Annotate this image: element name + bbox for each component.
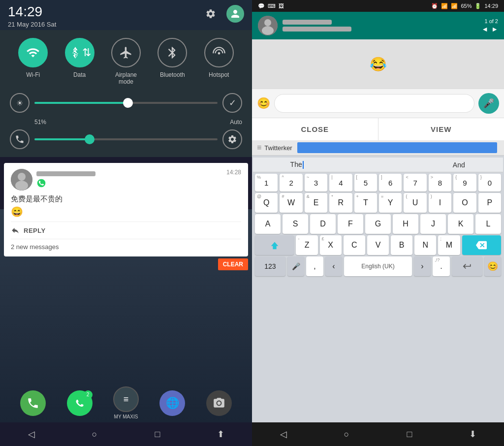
- key-j[interactable]: J: [420, 214, 446, 234]
- key-t[interactable]: +T: [354, 193, 377, 213]
- suggestion-the[interactable]: The: [258, 160, 336, 169]
- left-arrow-key[interactable]: ‹: [325, 256, 342, 276]
- browser-bar[interactable]: [297, 142, 497, 153]
- keyboard: The And %1 ^2 ~3 |4 [5 ]6 <7 >8 {9 }0 @Q…: [252, 156, 504, 422]
- key-o[interactable]: O: [453, 193, 476, 213]
- image-status-icon: 🖼: [279, 3, 284, 9]
- dock-phone[interactable]: [20, 390, 46, 416]
- key-7[interactable]: <7: [404, 174, 426, 191]
- svg-point-3: [37, 179, 46, 188]
- settings-quick-btn[interactable]: [222, 129, 242, 149]
- key-z[interactable]: -Z: [296, 235, 317, 255]
- key-1[interactable]: %1: [255, 174, 278, 191]
- emoji-key[interactable]: 😊: [484, 256, 501, 276]
- key-p[interactable]: P: [478, 193, 501, 213]
- key-u[interactable]: (U: [404, 193, 426, 213]
- key-e[interactable]: &E: [305, 193, 327, 213]
- wa-next-btn[interactable]: ►: [491, 25, 498, 33]
- airplane-toggle[interactable]: Airplanemode: [111, 38, 141, 85]
- key-f[interactable]: F: [338, 214, 363, 234]
- dock-whatsapp[interactable]: 2: [67, 390, 93, 416]
- key-3[interactable]: ~3: [305, 174, 327, 191]
- keyboard-status-icon: ⌨: [268, 3, 276, 9]
- shift-key[interactable]: [255, 235, 294, 255]
- wa-notif-nav[interactable]: ◄ ►: [481, 25, 498, 33]
- key-s[interactable]: S: [283, 214, 308, 234]
- notif-message: 免费是最不贵的: [11, 194, 241, 204]
- key-0[interactable]: }0: [478, 174, 501, 191]
- auto-brightness-button[interactable]: ✓: [222, 93, 242, 113]
- volume-track[interactable]: [34, 138, 218, 140]
- back-button-left[interactable]: ◁: [22, 424, 41, 444]
- wa-chat-area: 😂: [252, 39, 504, 89]
- dock-camera[interactable]: [206, 390, 232, 416]
- key-n[interactable]: N: [414, 235, 436, 255]
- key-9[interactable]: {9: [453, 174, 476, 191]
- key-h[interactable]: H: [393, 214, 418, 234]
- bluetooth-toggle[interactable]: Bluetooth: [158, 38, 187, 85]
- dock-globe[interactable]: 🌐: [159, 390, 185, 416]
- key-a[interactable]: A: [255, 214, 281, 234]
- brightness-percent: 51%: [34, 119, 46, 126]
- clear-button[interactable]: CLEAR: [218, 258, 248, 270]
- key-2[interactable]: ^2: [280, 174, 302, 191]
- wa-notification-bar[interactable]: 1 of 2 ◄ ►: [252, 12, 504, 39]
- key-x[interactable]: £X: [320, 235, 342, 255]
- key-8[interactable]: >8: [429, 174, 451, 191]
- close-button[interactable]: CLOSE: [252, 118, 378, 140]
- mic-key[interactable]: 🎤: [287, 256, 304, 276]
- hotspot-toggle[interactable]: Hotspot: [204, 38, 234, 85]
- dock-mymaxis[interactable]: ≡ MY MAXIS: [113, 386, 139, 419]
- key-y[interactable]: =Y: [379, 193, 402, 213]
- share-button-left[interactable]: ⬆: [211, 424, 230, 444]
- recents-button-left[interactable]: □: [148, 424, 167, 444]
- space-key[interactable]: English (UK): [344, 256, 412, 276]
- key-6[interactable]: ]6: [379, 174, 402, 191]
- key-r[interactable]: *R: [329, 193, 352, 213]
- key-d[interactable]: D: [310, 214, 336, 234]
- wifi-toggle[interactable]: Wi-Fi: [18, 38, 48, 85]
- reply-button[interactable]: REPLY: [11, 226, 241, 235]
- key-v[interactable]: V: [367, 235, 389, 255]
- key-l[interactable]: L: [475, 214, 501, 234]
- wa-notif-pages-area: 1 of 2 ◄ ►: [481, 18, 498, 33]
- comma-key[interactable]: ,: [306, 256, 323, 276]
- wa-mic-button[interactable]: 🎤: [478, 93, 499, 114]
- key-4[interactable]: |4: [329, 174, 352, 191]
- recents-button-right[interactable]: □: [400, 424, 419, 444]
- right-arrow-key[interactable]: ›: [414, 256, 431, 276]
- data-icon-circle: ⇅: [65, 38, 94, 67]
- volume-thumb[interactable]: [85, 134, 94, 144]
- user-profile-button[interactable]: [226, 5, 244, 23]
- period-key[interactable]: ,!?.: [433, 256, 449, 276]
- key-g[interactable]: G: [365, 214, 391, 234]
- key-5[interactable]: [5: [354, 174, 377, 191]
- data-label: Data: [73, 71, 86, 78]
- key-w[interactable]: #W: [280, 193, 302, 213]
- svg-point-6: [264, 19, 271, 26]
- key-k[interactable]: K: [448, 214, 473, 234]
- suggestion-and[interactable]: And: [420, 161, 498, 169]
- key-q[interactable]: @Q: [255, 193, 278, 213]
- wa-prev-btn[interactable]: ◄: [481, 25, 488, 33]
- enter-key[interactable]: [452, 256, 482, 276]
- keyboard-suggestions-row: The And: [253, 158, 503, 172]
- settings-button[interactable]: [202, 5, 220, 23]
- home-button-right[interactable]: ○: [337, 424, 356, 444]
- key-c[interactable]: C: [344, 235, 365, 255]
- wa-message-input[interactable]: [274, 94, 474, 113]
- view-button[interactable]: VIEW: [378, 118, 504, 140]
- data-toggle[interactable]: ⇅ Data: [65, 38, 94, 85]
- emoji-picker-button[interactable]: 😊: [257, 97, 270, 110]
- delete-key[interactable]: [462, 235, 501, 255]
- back-button-right[interactable]: ◁: [274, 424, 293, 444]
- brightness-track[interactable]: [34, 102, 218, 104]
- key-i[interactable]: )I: [429, 193, 451, 213]
- key-m[interactable]: ;M: [438, 235, 460, 255]
- key-b[interactable]: B: [391, 235, 412, 255]
- home-button-left[interactable]: ○: [85, 424, 104, 444]
- numbers-toggle-key[interactable]: 123: [255, 256, 285, 276]
- brightness-thumb[interactable]: [123, 98, 133, 108]
- keyboard-hide-button[interactable]: ⬇: [463, 424, 482, 444]
- right-status-bar: 💬 ⌨ 🖼 ⏰ 📶 📶 65% 🔋 14:29: [252, 0, 504, 12]
